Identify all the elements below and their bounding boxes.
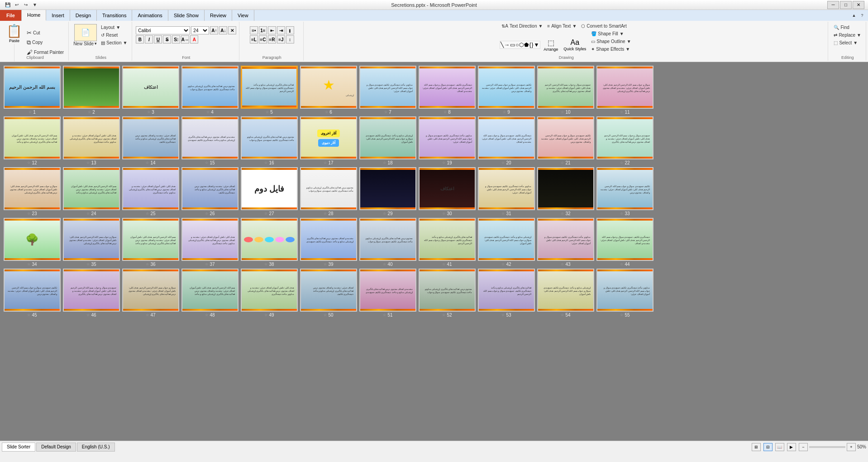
slide-item-46[interactable]: جمع‌بندى سوال و جواب بسم الله الرحمن الر…: [63, 269, 120, 318]
slide-item-28[interactable]: محتوى درس فعاليت‌هاى يادگيرى ارزشيابى من…: [300, 167, 357, 216]
slide-item-54[interactable]: ارزشيابى منابع و مآخذ نتيجه‌گيرى تكليف ج…: [537, 269, 594, 318]
slide-star-11[interactable]: ☆: [620, 110, 623, 114]
slide-star-36[interactable]: ☆: [146, 262, 149, 266]
slide-star-1[interactable]: ☆: [29, 110, 32, 114]
slide-item-12[interactable]: بسم الله الرحمن الرحيم هدف كلى: دانش آمو…: [4, 116, 61, 165]
font-name-select[interactable]: Calibri: [136, 26, 190, 34]
convert-smartart-button[interactable]: ⬡ Convert to SmartArt: [579, 23, 628, 29]
tab-design[interactable]: Design: [70, 10, 97, 21]
minimize-button[interactable]: ─: [827, 1, 839, 9]
tab-insert[interactable]: Insert: [46, 10, 70, 21]
character-spacing-button[interactable]: A↔: [181, 35, 189, 43]
slide-item-1[interactable]: بسم الله الرحمن الرحيم☆1: [4, 66, 61, 115]
slide-star-2[interactable]: ☆: [88, 110, 91, 114]
zoom-in-button[interactable]: +: [847, 443, 856, 451]
italic-button[interactable]: I: [145, 35, 153, 43]
slide-star-24[interactable]: ☆: [86, 212, 90, 216]
slide-star-18[interactable]: ☆: [383, 161, 386, 165]
replace-button[interactable]: ⇄ Replace ▼: [832, 32, 863, 38]
slide-item-8[interactable]: نتيجه‌گيرى تكليف جمع‌بندى سوال و جواب بس…: [419, 66, 476, 115]
slide-star-9[interactable]: ☆: [503, 110, 506, 114]
undo-button[interactable]: ↩: [13, 1, 21, 9]
arrange-button[interactable]: ⬚ Arrange: [541, 37, 560, 52]
normal-view-button[interactable]: ⊞: [752, 443, 761, 451]
slide-star-14[interactable]: ☆: [146, 161, 149, 165]
slide-star-37[interactable]: ☆: [205, 262, 208, 266]
slide-item-9[interactable]: تكليف جمع‌بندى سوال و جواب بسم الله الرح…: [478, 66, 535, 115]
slide-item-29[interactable]: ☆29: [359, 167, 416, 216]
slide-item-43[interactable]: منابع و مآخذ نتيجه‌گيرى تكليف جمع‌بندى س…: [537, 218, 594, 267]
shape-fill-button[interactable]: 🪣 Shape Fill ▼: [589, 30, 633, 37]
slide-item-18[interactable]: ارزشيابى منابع و مآخذ نتيجه‌گيرى تكليف ج…: [359, 116, 416, 165]
strikethrough-button[interactable]: S: [163, 35, 171, 43]
line-tool[interactable]: ╲: [501, 42, 504, 48]
slide-item-2[interactable]: ☆2: [63, 66, 120, 115]
slide-star-38[interactable]: ☆: [264, 262, 267, 266]
slide-star-42[interactable]: ☆: [501, 262, 505, 266]
slide-item-52[interactable]: محتوى درس فعاليت‌هاى يادگيرى ارزشيابى من…: [419, 269, 476, 318]
section-button[interactable]: ▤ Section ▼: [99, 39, 129, 46]
slide-star-40[interactable]: ☆: [383, 262, 386, 266]
find-button[interactable]: 🔍 Find: [832, 24, 863, 31]
tab-home[interactable]: Home: [22, 10, 46, 21]
shape-more[interactable]: ▼: [534, 42, 539, 48]
slide-star-5[interactable]: ☆: [266, 110, 269, 114]
slide-item-33[interactable]: تكليف جمع‌بندى سوال و جواب بسم الله الرح…: [596, 167, 653, 216]
reset-button[interactable]: ↺ Reset: [99, 32, 129, 38]
columns-button[interactable]: ⫿: [286, 26, 294, 34]
slide-star-51[interactable]: ☆: [383, 313, 386, 317]
select-button[interactable]: ⬚ Select ▼: [832, 39, 863, 46]
slide-item-5[interactable]: فعاليت‌هاى يادگيرى ارزشيابى منابع و مآخذ…: [241, 66, 298, 115]
shape-tool-2[interactable]: ⬟: [524, 42, 529, 48]
slide-star-4[interactable]: ☆: [206, 110, 210, 114]
slide-item-16[interactable]: محتوى درس فعاليت‌هاى يادگيرى ارزشيابى من…: [241, 116, 298, 165]
slide-item-22[interactable]: جمع‌بندى سوال و جواب بسم الله الرحمن الر…: [596, 116, 653, 165]
redo-button[interactable]: ↪: [22, 1, 30, 9]
numbering-button[interactable]: 1≡: [259, 26, 267, 34]
quick-styles-button[interactable]: Aa Quick Styles: [561, 37, 588, 53]
decrease-font-button[interactable]: A↓: [219, 26, 227, 34]
slide-star-17[interactable]: ☆: [324, 161, 327, 165]
restore-button[interactable]: □: [840, 1, 852, 9]
slide-star-32[interactable]: ☆: [561, 212, 564, 216]
increase-indent-button[interactable]: ⇥: [277, 26, 285, 34]
slide-star-34[interactable]: ☆: [27, 262, 30, 266]
slide-star-28[interactable]: ☆: [324, 212, 327, 216]
font-color-button[interactable]: A: [190, 35, 198, 43]
arrow-tool[interactable]: →: [504, 42, 510, 48]
ribbon-minimize-button[interactable]: ▲: [850, 11, 858, 19]
slide-star-45[interactable]: ☆: [27, 313, 30, 317]
slide-star-22[interactable]: ☆: [620, 161, 623, 165]
align-left-button[interactable]: ≡L: [250, 35, 258, 43]
slide-star-6[interactable]: ☆: [325, 110, 328, 114]
slide-star-54[interactable]: ☆: [561, 313, 564, 317]
shape-outline-button[interactable]: ▭ Shape Outline ▼: [589, 38, 633, 45]
slide-item-14[interactable]: اهداف جزئى: مقدمه و اهداف محتوى درس فعال…: [122, 116, 179, 165]
slide-item-30[interactable]: اعتکاف☆30: [419, 167, 476, 216]
slide-star-19[interactable]: ☆: [442, 161, 445, 165]
default-design-tab[interactable]: Default Design: [36, 443, 76, 452]
slide-star-46[interactable]: ☆: [86, 313, 90, 317]
align-center-button[interactable]: ≡C: [259, 35, 267, 43]
zoom-slider[interactable]: [809, 446, 845, 448]
tab-file[interactable]: File: [0, 10, 22, 21]
slide-item-41[interactable]: فعاليت‌هاى يادگيرى ارزشيابى منابع و مآخذ…: [419, 218, 476, 267]
slide-item-34[interactable]: 🌳☆34: [4, 218, 61, 267]
new-slide-button[interactable]: 📄 New Slide ▼: [72, 23, 98, 47]
text-shadow-button[interactable]: S⃥: [172, 35, 180, 43]
slide-item-55[interactable]: منابع و مآخذ نتيجه‌گيرى تكليف جمع‌بندى س…: [596, 269, 653, 318]
slide-star-44[interactable]: ☆: [620, 262, 623, 266]
slide-star-52[interactable]: ☆: [442, 313, 445, 317]
bullets-button[interactable]: ≡•: [250, 26, 258, 34]
slide-item-10[interactable]: جمع‌بندى سوال و جواب بسم الله الرحمن الر…: [537, 66, 594, 115]
slide-item-39[interactable]: مقدمه و اهداف محتوى درس فعاليت‌هاى يادگي…: [300, 218, 357, 267]
slide-star-47[interactable]: ☆: [146, 313, 149, 317]
align-right-button[interactable]: ≡R: [268, 35, 276, 43]
tab-animations[interactable]: Animations: [132, 10, 168, 21]
slide-item-37[interactable]: هدف كلى: دانش آموزان اهداف جزئى: مقدمه و…: [181, 218, 238, 267]
language-tab[interactable]: English (U.S.): [77, 443, 115, 452]
shape-effects-button[interactable]: ✦ Shape Effects ▼: [589, 46, 633, 53]
tab-transitions[interactable]: Transitions: [97, 10, 132, 21]
slide-item-49[interactable]: هدف كلى: دانش آموزان اهداف جزئى: مقدمه و…: [241, 269, 298, 318]
slide-item-21[interactable]: تكليف جمع‌بندى سوال و جواب بسم الله الرح…: [537, 116, 594, 165]
